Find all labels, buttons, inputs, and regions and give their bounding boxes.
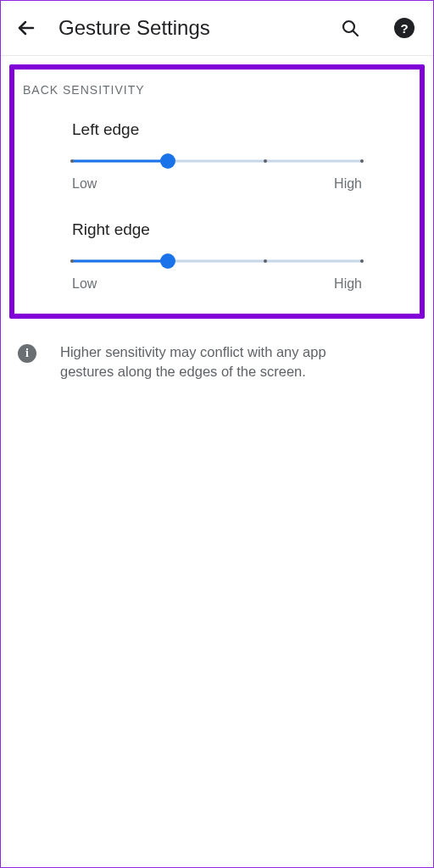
info-icon: i — [18, 344, 36, 363]
right-edge-slider-block: Right edge Low High — [21, 220, 413, 292]
left-edge-label: Left edge — [72, 120, 362, 139]
right-edge-range-labels: Low High — [72, 276, 362, 292]
high-label: High — [334, 176, 362, 192]
help-icon: ? — [394, 18, 415, 38]
low-label: Low — [72, 176, 97, 192]
section-label: BACK SENSITIVITY — [23, 83, 413, 97]
low-label: Low — [72, 276, 97, 292]
back-sensitivity-section: BACK SENSITIVITY Left edge Low High Righ… — [9, 64, 425, 319]
left-edge-range-labels: Low High — [72, 176, 362, 192]
back-button[interactable] — [14, 16, 38, 40]
slider-thumb[interactable] — [160, 253, 175, 269]
right-edge-label: Right edge — [72, 220, 362, 239]
search-button[interactable] — [338, 16, 362, 40]
left-edge-slider-block: Left edge Low High — [21, 120, 413, 192]
svg-line-2 — [353, 31, 358, 36]
info-row: i Higher sensitivity may conflict with a… — [1, 319, 433, 381]
arrow-left-icon — [16, 18, 36, 38]
high-label: High — [334, 276, 362, 292]
search-icon — [340, 18, 360, 38]
help-button[interactable]: ? — [392, 16, 416, 40]
slider-thumb[interactable] — [160, 153, 175, 169]
page-title: Gesture Settings — [58, 16, 308, 40]
info-text: Higher sensitivity may conflict with any… — [60, 342, 365, 381]
left-edge-slider[interactable] — [72, 154, 362, 168]
app-header: Gesture Settings ? — [1, 1, 433, 56]
right-edge-slider[interactable] — [72, 254, 362, 268]
